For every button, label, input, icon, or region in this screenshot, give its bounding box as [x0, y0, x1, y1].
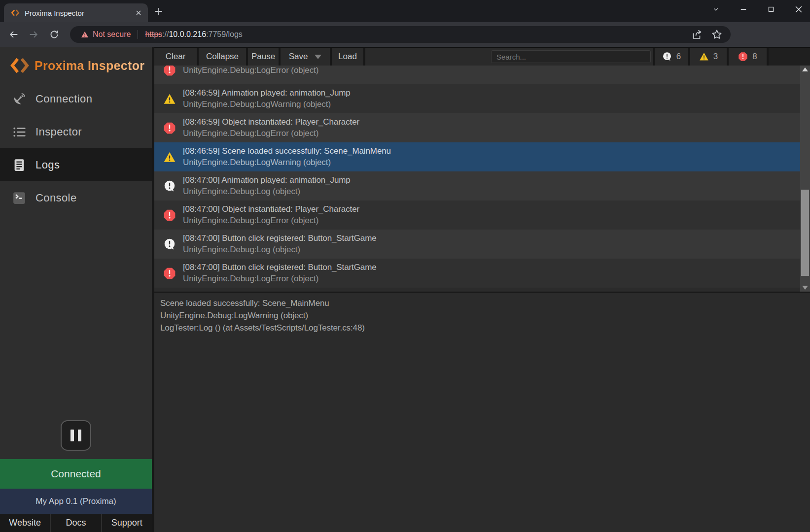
info-count: 6 — [676, 52, 681, 62]
detail-trace: UnityEngine.Debug:LogWarning (object) — [160, 309, 804, 322]
sidebar-item-logs[interactable]: Logs — [0, 148, 152, 181]
log-row[interactable]: [08:46:59] Animation played: animation_J… — [154, 84, 800, 113]
error-octagon-icon — [163, 267, 176, 280]
footer-link-docs[interactable]: Docs — [50, 514, 101, 532]
browser-tab[interactable]: Proxima Inspector — [4, 3, 148, 22]
log-row[interactable]: [08:47:00] Object instantiated: Player_C… — [154, 200, 800, 230]
log-trace: UnityEngine.Debug:Log (object) — [183, 245, 377, 255]
tab-title: Proxima Inspector — [25, 9, 134, 17]
log-detail-panel: Scene loaded successfully: Scene_MainMen… — [154, 292, 810, 532]
not-secure-warning-icon — [81, 31, 89, 38]
info-count-filter[interactable]: 6 — [655, 48, 688, 66]
reload-icon[interactable] — [48, 29, 60, 40]
info-bubble-icon — [163, 180, 176, 193]
app-title: Proxima Inspector — [35, 59, 144, 73]
sidebar-item-label: Inspector — [35, 126, 82, 138]
new-tab-icon[interactable] — [154, 6, 164, 16]
sidebar-item-label: Logs — [35, 159, 60, 171]
error-octagon-icon — [163, 66, 176, 76]
collapse-button-label: Collapse — [206, 52, 239, 62]
browser-toolbar: Not secure https://10.0.0.216:7759/logs — [0, 22, 810, 47]
log-message: [08:46:59] Animation played: animation_J… — [183, 88, 351, 98]
search-input[interactable] — [491, 50, 651, 63]
address-bar[interactable]: Not secure https://10.0.0.216:7759/logs — [70, 26, 731, 43]
pause-icon — [70, 430, 74, 441]
save-dropdown-caret-icon[interactable] — [315, 55, 321, 59]
log-trace: UnityEngine.Debug:LogWarning (object) — [183, 158, 391, 167]
window-controls — [710, 4, 804, 15]
sidebar-footer: Website Docs Support — [0, 514, 152, 532]
footer-link-website[interactable]: Website — [0, 514, 50, 532]
error-count-filter[interactable]: 8 — [729, 48, 767, 66]
list-icon — [12, 125, 27, 139]
bookmark-star-icon[interactable] — [711, 29, 723, 40]
log-row[interactable]: UnityEngine.Debug:LogError (object) — [154, 66, 800, 84]
sidebar-item-console[interactable]: Console — [0, 181, 152, 214]
log-row[interactable]: [08:47:00] Button click registered: Butt… — [154, 259, 800, 288]
pause-stream-wrap — [0, 420, 152, 451]
tab-search-chevron-icon[interactable] — [710, 4, 721, 15]
sidebar: Proxima Inspector Connection — [0, 47, 152, 532]
sidebar-item-connection[interactable]: Connection — [0, 82, 152, 115]
log-message: [08:47:00] Button click registered: Butt… — [183, 233, 377, 243]
url-separator: :// — [162, 30, 169, 38]
error-count: 8 — [752, 52, 757, 62]
warning-count-filter[interactable]: 3 — [690, 48, 727, 66]
back-icon[interactable] — [8, 29, 20, 40]
tab-strip: Proxima Inspector — [0, 0, 810, 22]
log-list: UnityEngine.Debug:LogError (object) [08:… — [154, 66, 810, 292]
document-icon — [12, 158, 27, 172]
address-divider — [138, 30, 138, 39]
load-button[interactable]: Load — [332, 48, 363, 66]
log-message: [08:47:00] Animation played: animation_J… — [183, 175, 351, 185]
save-button[interactable]: Save — [281, 48, 330, 66]
proxima-favicon-icon — [11, 8, 20, 17]
log-row[interactable]: [08:46:59] Object instantiated: Player_C… — [154, 113, 800, 142]
log-row[interactable]: [08:47:00] Button click registered: Butt… — [154, 230, 800, 259]
toolbar-spacer — [769, 48, 810, 66]
log-trace: UnityEngine.Debug:LogError (object) — [183, 66, 318, 75]
log-row[interactable]: [08:47:00] Animation played: animation_J… — [154, 171, 800, 200]
connection-status-badge: Connected — [0, 459, 152, 489]
scroll-up-icon[interactable] — [800, 66, 810, 73]
log-message: [08:46:59] Object instantiated: Player_C… — [183, 117, 359, 127]
app-logo: Proxima Inspector — [10, 55, 144, 76]
maximize-icon[interactable] — [766, 4, 776, 15]
warning-triangle-icon — [163, 151, 176, 164]
collapse-button[interactable]: Collapse — [199, 48, 246, 66]
logs-toolbar: Clear Collapse Pause Save Load — [154, 47, 810, 66]
info-bubble-icon — [163, 238, 176, 251]
close-window-icon[interactable] — [793, 4, 804, 15]
footer-link-support[interactable]: Support — [101, 514, 152, 532]
url-scheme: https — [145, 30, 162, 38]
error-octagon-icon — [163, 122, 176, 134]
terminal-icon — [12, 191, 27, 205]
detail-source: LogTester:Log () (at Assets/TestScripts/… — [160, 322, 804, 334]
minimize-icon[interactable] — [738, 4, 749, 15]
sidebar-nav: Connection Inspector — [0, 82, 152, 214]
search-cell — [365, 48, 653, 66]
forward-icon[interactable] — [28, 29, 39, 40]
not-secure-label: Not secure — [93, 30, 131, 39]
log-trace: UnityEngine.Debug:LogWarning (object) — [183, 100, 351, 109]
log-trace: UnityEngine.Debug:LogError (object) — [183, 129, 359, 138]
warning-triangle-icon — [699, 52, 709, 62]
scroll-down-icon[interactable] — [800, 284, 810, 292]
pause-button[interactable]: Pause — [248, 48, 279, 66]
error-octagon-icon — [738, 52, 748, 62]
scrollbar-thumb[interactable] — [801, 190, 809, 276]
info-bubble-icon — [662, 52, 672, 62]
clear-button[interactable]: Clear — [154, 48, 197, 66]
sidebar-item-label: Console — [35, 192, 77, 204]
proxima-app: Proxima Inspector Connection — [0, 47, 810, 532]
tab-close-icon[interactable] — [134, 8, 143, 17]
proxima-logo-icon — [10, 56, 30, 75]
share-icon[interactable] — [691, 29, 703, 40]
url-port-path: :7759/logs — [206, 30, 243, 38]
log-row-selected[interactable]: [08:46:59] Scene loaded successfully: Sc… — [154, 142, 800, 171]
log-scrollbar[interactable] — [800, 66, 810, 292]
url-text: https://10.0.0.216:7759/logs — [145, 30, 243, 39]
sidebar-item-inspector[interactable]: Inspector — [0, 115, 152, 148]
log-trace: UnityEngine.Debug:Log (object) — [183, 187, 351, 197]
pause-stream-button[interactable] — [61, 420, 91, 451]
